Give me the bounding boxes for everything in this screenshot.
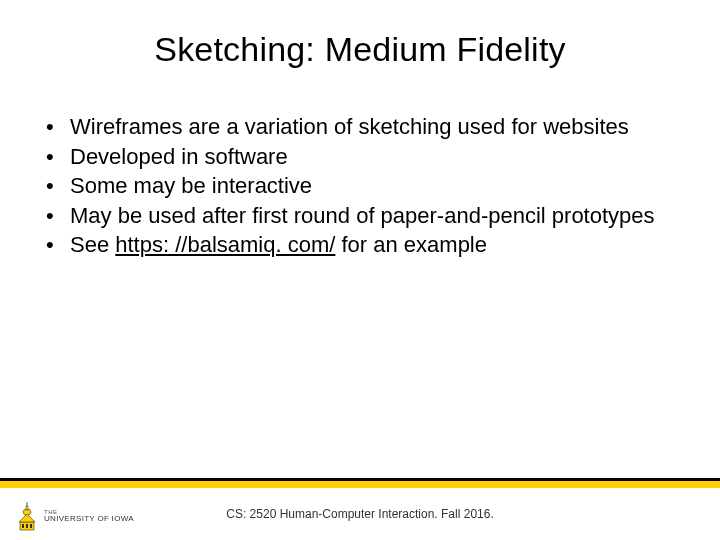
university-logo: THE UNIVERSITY OF IOWA: [16, 500, 134, 532]
bullet-prefix: See: [70, 232, 115, 257]
bullet-item: See https: //balsamiq. com/ for an examp…: [42, 231, 684, 259]
bullet-item: May be used after first round of paper-a…: [42, 202, 684, 230]
dome-icon: [16, 500, 38, 532]
svg-rect-2: [26, 524, 28, 528]
bullet-suffix: for an example: [335, 232, 487, 257]
svg-rect-3: [30, 524, 32, 528]
logo-text: THE UNIVERSITY OF IOWA: [44, 509, 134, 523]
bullet-item: Some may be interactive: [42, 172, 684, 200]
bullet-list: Wireframes are a variation of sketching …: [36, 113, 684, 259]
bullet-item: Wireframes are a variation of sketching …: [42, 113, 684, 141]
example-link[interactable]: https: //balsamiq. com/: [115, 232, 335, 257]
slide-title: Sketching: Medium Fidelity: [36, 30, 684, 69]
footer-text: CS: 2520 Human-Computer Interaction. Fal…: [226, 507, 493, 521]
svg-rect-1: [22, 524, 24, 528]
slide: Sketching: Medium Fidelity Wireframes ar…: [0, 0, 720, 540]
footer-band: [0, 478, 720, 488]
logo-line2: UNIVERSITY OF IOWA: [44, 515, 134, 523]
bullet-item: Developed in software: [42, 143, 684, 171]
svg-rect-5: [26, 506, 28, 510]
